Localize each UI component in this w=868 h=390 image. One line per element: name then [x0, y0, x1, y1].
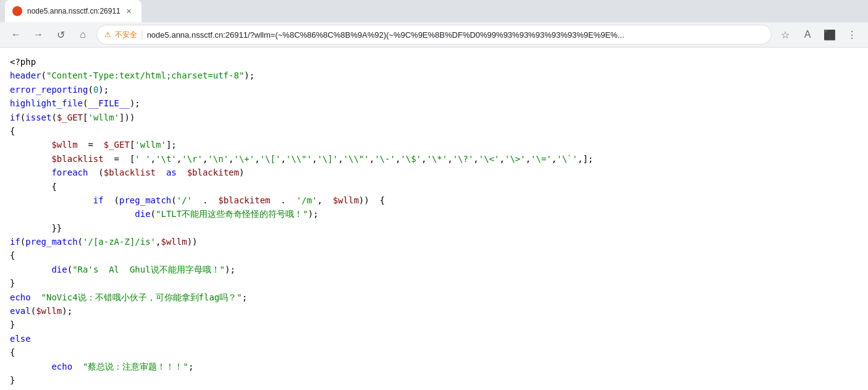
- code-line: eval($wllm);: [10, 304, 858, 318]
- separator: |: [141, 30, 143, 40]
- code-line: error_reporting(0);: [10, 83, 858, 96]
- code-line: if(isset($_GET['wllm'])): [10, 111, 858, 124]
- code-line: {: [10, 248, 858, 262]
- code-line: {: [10, 180, 858, 193]
- code-line: $wllm = $_GET['wllm'];: [10, 138, 858, 151]
- profile-button[interactable]: A: [799, 26, 816, 43]
- tab-label: node5.anna.nssctf.cn:26911: [27, 7, 120, 15]
- code-line: foreach ($blacklist as $blackitem): [10, 166, 858, 179]
- code-block: <?php header("Content-Type:text/html;cha…: [10, 55, 858, 390]
- page-content: <?php header("Content-Type:text/html;cha…: [0, 48, 868, 390]
- code-line: header("Content-Type:text/html;charset=u…: [10, 69, 858, 82]
- active-tab[interactable]: node5.anna.nssctf.cn:26911 ✕: [5, 0, 141, 22]
- code-line: die("LTLT不能用这些奇奇怪怪的符号哦！");: [10, 207, 858, 221]
- code-line: }: [10, 276, 858, 290]
- menu-button[interactable]: ⋮: [843, 26, 861, 43]
- tab-close-button[interactable]: ✕: [124, 6, 134, 16]
- code-line: }}: [10, 221, 858, 235]
- address-text: node5.anna.nssctf.cn:26911/?wllm=(~%8C%8…: [147, 30, 764, 40]
- home-button[interactable]: ⌂: [74, 26, 91, 43]
- address-bar[interactable]: ⚠ 不安全 | node5.anna.nssctf.cn:26911/?wllm…: [96, 25, 772, 45]
- bookmark-button[interactable]: ☆: [777, 26, 794, 43]
- code-line: {: [10, 124, 858, 138]
- back-button[interactable]: ←: [7, 26, 25, 43]
- browser-toolbar: ← → ↺ ⌂ ⚠ 不安全 | node5.anna.nssctf.cn:269…: [0, 22, 868, 47]
- code-line: <?php: [10, 55, 858, 69]
- code-line: }: [10, 318, 858, 331]
- code-line: echo "NoVic4说：不错哦小伙子，可你能拿到flag吗？";: [10, 290, 858, 304]
- code-line: echo "蔡总说：注意审题！！！";: [10, 360, 858, 373]
- browser-chrome: node5.anna.nssctf.cn:26911 ✕ ← → ↺ ⌂ ⚠ 不…: [0, 0, 868, 48]
- code-line: ?>: [10, 387, 858, 390]
- code-line: {: [10, 345, 858, 359]
- code-line: }: [10, 373, 858, 387]
- code-line: die("Ra's Al Ghul说不能用字母哦！");: [10, 263, 858, 276]
- tab-bar: node5.anna.nssctf.cn:26911 ✕: [0, 0, 868, 22]
- refresh-button[interactable]: ↺: [52, 26, 69, 43]
- code-line: $blacklist = [' ','\t','\r','\n','\+','\…: [10, 152, 858, 166]
- forward-button[interactable]: →: [30, 26, 47, 43]
- code-line: highlight_file(__FILE__);: [10, 96, 858, 110]
- code-line: if (preg_match('/' . $blackitem . '/m', …: [10, 193, 858, 207]
- tab-favicon: [12, 6, 22, 16]
- code-line: if(preg_match('/[a-zA-Z]/is',$wllm)): [10, 235, 858, 248]
- extensions-button[interactable]: ⬛: [821, 26, 838, 43]
- security-warning: 不安全: [115, 30, 137, 40]
- security-icon: ⚠: [104, 30, 111, 39]
- code-line: else: [10, 332, 858, 345]
